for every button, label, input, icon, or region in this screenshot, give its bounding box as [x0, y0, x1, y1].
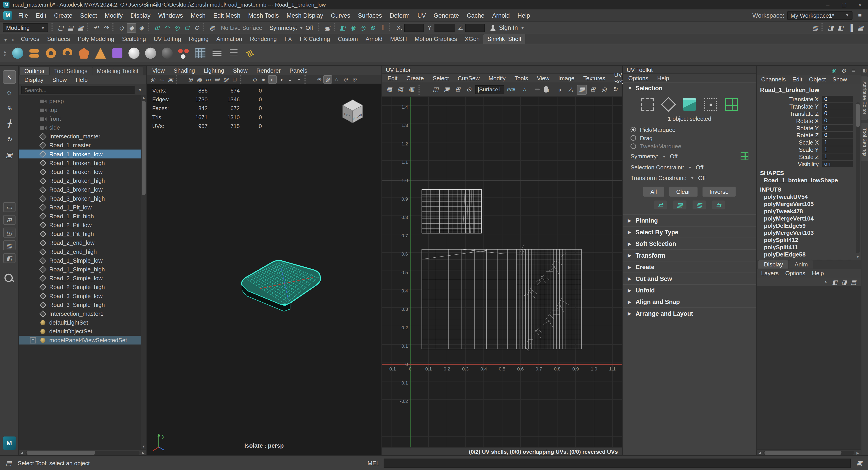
scale-tool[interactable]: ▣ [2, 148, 16, 161]
list-shelf-icon[interactable] [210, 46, 224, 60]
outliner-item[interactable]: Road_3_Simple_low [19, 291, 141, 300]
outliner-scrollbar[interactable]: ▲ ▼ [141, 95, 146, 449]
outliner-item[interactable]: Road_1_Pit_low [19, 203, 141, 211]
input-node[interactable]: polyDelEdge59 [759, 222, 853, 229]
grid-snap-icon[interactable]: ⊞ [588, 84, 598, 94]
radio-option[interactable]: Pick/Marquee [623, 125, 756, 134]
shelf-tab[interactable]: UV Editing [150, 34, 185, 44]
grow-selection-icon[interactable]: ⇄ [654, 201, 667, 209]
shade-uvs-icon[interactable]: ⊙ [464, 84, 474, 94]
resolution-gate-icon[interactable]: ◫ [204, 75, 213, 84]
outliner-item[interactable]: Road_2_Pit_high [19, 229, 141, 238]
menu-item[interactable]: Mesh Display [283, 12, 327, 19]
shelf-scroll-icons[interactable]: ▴▾ [2, 49, 8, 57]
grip[interactable] [318, 23, 321, 31]
grid-shelf-icon[interactable] [193, 46, 208, 60]
shelf-tab[interactable]: Sculpting [118, 34, 150, 44]
new-layer-from-selected-icon[interactable]: ◨ [840, 278, 848, 286]
select-shell-icon[interactable] [725, 98, 738, 111]
sidebar-tab[interactable]: Attribute Editor [862, 77, 868, 119]
menu-item[interactable]: Help [653, 75, 674, 81]
input-node[interactable]: polyTweakUV54 [759, 194, 853, 201]
outliner-item[interactable]: Intersection_master1 [19, 309, 141, 318]
shelf-tab[interactable]: Motion Graphics [411, 34, 461, 44]
channel-value[interactable]: 0 [822, 110, 853, 116]
layout-single-pane-button[interactable]: ▭ [3, 202, 15, 212]
film-gate-icon[interactable]: ▦ [195, 75, 204, 84]
field-chart-icon[interactable]: ▥ [221, 75, 230, 84]
attribute-editor-toggle-icon[interactable]: ◨ [826, 23, 835, 33]
close-button[interactable]: × [852, 0, 868, 9]
scroll-right-icon[interactable]: ▶ [140, 450, 146, 454]
scroll-up-icon[interactable]: ▲ [141, 95, 146, 100]
shelf-tab[interactable]: Arnold [362, 34, 386, 44]
menu-item[interactable]: View [148, 67, 169, 74]
outliner-item[interactable]: Road_1_Simple_high [19, 265, 141, 274]
outliner-item[interactable]: Road_1_broken_low [19, 149, 141, 158]
outliner-item[interactable]: Road_1_master [19, 141, 141, 149]
outliner-item[interactable]: Road_3_broken_high [19, 194, 141, 203]
channel-value[interactable]: 1 [822, 139, 853, 145]
channel-value[interactable]: 0 [822, 117, 853, 124]
menu-item[interactable]: Arnold [488, 12, 514, 19]
rope-shelf-icon[interactable] [243, 46, 257, 60]
menu-item[interactable]: Object [806, 76, 829, 83]
sphere-light-shelf-icon[interactable] [127, 46, 141, 60]
pause-viewport-icon[interactable]: ‖ [378, 23, 388, 33]
render-settings-icon[interactable]: ⊛ [368, 23, 377, 33]
input-node[interactable]: polyMergeVert105 [759, 201, 853, 208]
shelf-tab[interactable]: Poly Modeling [74, 34, 118, 44]
transform-constraint-row[interactable]: Transform Constraint: ▼ Off [623, 172, 756, 183]
bookmark-icon[interactable]: ▭ [157, 75, 166, 84]
particles-shelf-icon[interactable] [176, 46, 191, 60]
menu-item[interactable]: Edit [789, 76, 806, 83]
scroll-down-icon[interactable]: ▼ [141, 444, 146, 449]
channel-row[interactable]: Translate Y 0 [759, 102, 853, 110]
zoom-tool-icon[interactable] [4, 273, 15, 284]
shelf-tab[interactable]: Rigging [185, 34, 212, 44]
image-plane-icon[interactable]: ▣ [166, 75, 175, 84]
scroll-left-icon[interactable]: ◀ [757, 450, 763, 454]
pane-gutter[interactable] [0, 62, 868, 66]
outliner-item[interactable]: defaultObjectSet [19, 327, 141, 336]
menu-item[interactable]: Select [76, 12, 101, 19]
square-shelf-icon[interactable] [110, 46, 124, 60]
snap-plane-icon[interactable]: ⊡ [182, 23, 192, 33]
menu-item[interactable]: Edit [383, 75, 402, 82]
input-node[interactable]: polyTweak478 [759, 208, 853, 215]
render-current-frame-icon[interactable]: ◉ [348, 23, 358, 33]
shelf-tab[interactable]: Rendering [246, 34, 281, 44]
capsules-shelf-icon[interactable] [27, 46, 41, 60]
uv-grid[interactable] [382, 97, 622, 447]
layout-outliner-persp-button[interactable]: ◧ [3, 253, 15, 263]
sphere-dark-shelf-icon[interactable] [160, 46, 174, 60]
menu-item[interactable]: Cache [463, 12, 488, 19]
menu-item[interactable]: UV [414, 12, 430, 19]
grip[interactable] [418, 84, 428, 94]
grip[interactable] [240, 75, 249, 84]
image-dim-slider[interactable] [535, 89, 540, 90]
lighting-icon[interactable]: ☀ [314, 75, 323, 84]
select-component-icon[interactable]: ◈ [137, 23, 146, 33]
layer-tab[interactable]: Display [758, 260, 788, 269]
collapsed-section[interactable]: ▶ Cut and Sew [623, 272, 756, 284]
menu-item[interactable]: View [532, 75, 554, 82]
textured-mode-icon[interactable]: ◐ [268, 75, 277, 84]
outliner-item[interactable]: Road_2_Simple_low [19, 274, 141, 283]
default-material-icon[interactable]: ◒ [286, 75, 294, 84]
lasso-tool[interactable]: ◌ [2, 86, 16, 99]
outliner-item[interactable]: Road_1_broken_high [19, 158, 141, 167]
channel-value[interactable]: 1 [822, 146, 853, 152]
menu-item[interactable]: Display [20, 77, 48, 83]
channel-row[interactable]: Translate Z 0 [759, 110, 853, 117]
dim-image-icon[interactable]: ◫ [431, 84, 440, 94]
uv-sphere-shelf-icon[interactable] [10, 46, 25, 60]
menu-item[interactable]: Edit Mesh [210, 12, 244, 19]
layout-four-pane-button[interactable]: ⊞ [3, 215, 15, 225]
uv-editor-title[interactable]: UV Editor [382, 66, 622, 74]
sidebar-tab[interactable]: Tool Settings [862, 123, 868, 161]
tool-settings-toggle-icon[interactable]: ◧ [836, 23, 845, 33]
channel-row[interactable]: Scale Y 1 [759, 146, 853, 153]
workspace-menu-icon[interactable]: ≡ [855, 11, 865, 20]
outliner-item[interactable]: Road_1_Simple_low [19, 256, 141, 265]
